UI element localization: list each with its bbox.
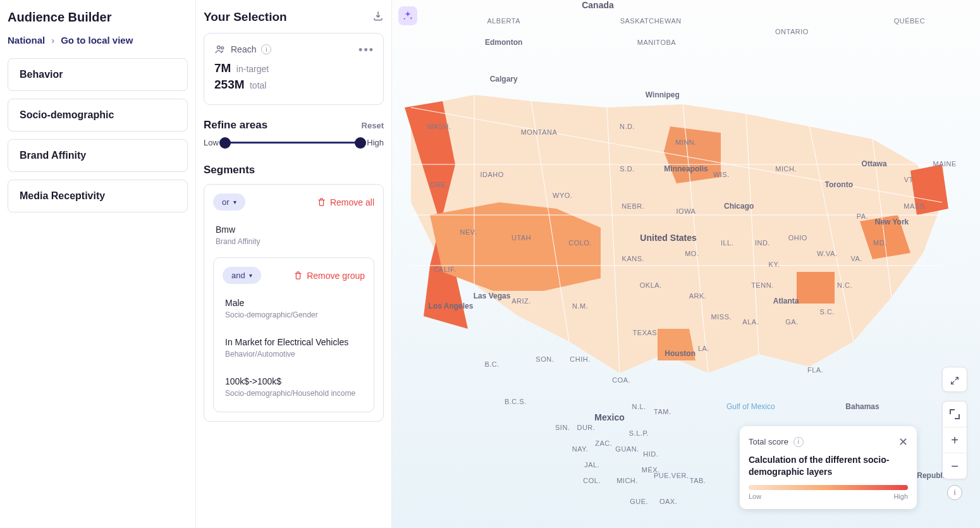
svg-point-1 [221, 47, 224, 49]
remove-group-label: Remove group [307, 271, 365, 281]
segment-path: Socio-demographic/Gender [225, 310, 362, 319]
fullscreen-button[interactable] [943, 402, 967, 427]
zoom-in-button[interactable]: + [943, 427, 967, 453]
refine-slider-row: Low High [204, 138, 384, 147]
people-icon [214, 44, 226, 55]
segment-item[interactable]: 100k$->100k$ Socio-demographic/Household… [223, 371, 365, 403]
operator-or-label: or [222, 197, 230, 207]
info-icon[interactable]: i [793, 437, 804, 447]
slider-knob-low[interactable] [219, 137, 231, 149]
segment-group: and ▾ Remove group Male Socio-demographi… [213, 257, 374, 412]
refine-slider[interactable] [225, 142, 360, 144]
remove-all-label: Remove all [330, 197, 374, 207]
selection-panel: Your Selection ••• Reach i 7M in-target … [196, 0, 392, 528]
close-icon[interactable]: ✕ [898, 435, 908, 449]
filter-socio-demographic[interactable]: Socio-demographic [8, 99, 188, 132]
reach-card: ••• Reach i 7M in-target 253M total [204, 33, 384, 105]
page-title: Audience Builder [8, 10, 188, 25]
breadcrumb-next[interactable]: Go to local view [61, 35, 133, 46]
legend-head-label: Total score [749, 437, 788, 446]
legend-card: Total score i ✕ Calculation of the diffe… [740, 426, 917, 509]
reach-label: Reach [231, 44, 256, 54]
sidebar: Audience Builder National › Go to local … [0, 0, 196, 528]
breadcrumb: National › Go to local view [8, 35, 188, 46]
svg-point-0 [217, 46, 221, 49]
map-zoom-control: + − [942, 401, 967, 479]
legend-title: Calculation of the different socio-demog… [749, 454, 908, 479]
legend-high: High [893, 493, 908, 500]
segments-title: Segments [204, 164, 384, 176]
refine-title: Refine areas [204, 119, 267, 132]
filter-media-receptivity[interactable]: Media Receptivity [8, 180, 188, 212]
segment-name: Male [225, 298, 362, 308]
segment-path: Behavior/Automotive [225, 350, 362, 359]
segment-name: In Market for Electrical Vehicles [225, 337, 362, 347]
expand-button[interactable] [943, 367, 967, 391]
legend-gradient [749, 485, 908, 490]
remove-all-button[interactable]: Remove all [317, 197, 374, 207]
filter-brand-affinity[interactable]: Brand Affinity [8, 139, 188, 172]
segment-path: Socio-demographic/Household income [225, 389, 362, 398]
remove-group-button[interactable]: Remove group [293, 271, 365, 281]
operator-or-chip[interactable]: or ▾ [213, 193, 245, 211]
zoom-out-button[interactable]: − [943, 453, 967, 479]
filter-behavior[interactable]: Behavior [8, 58, 188, 91]
segments-card: or ▾ Remove all Bmw Brand Affinity and ▾… [204, 184, 384, 422]
slider-low-label: Low [204, 138, 219, 147]
map-area[interactable]: ALBERTASASKATCHEWANMANITOBAONTARIOQUÉBEC… [392, 0, 980, 528]
slider-high-label: High [367, 138, 384, 147]
reset-button[interactable]: Reset [362, 121, 384, 130]
segment-item[interactable]: Male Socio-demographic/Gender [223, 293, 365, 324]
total-label: total [250, 80, 266, 90]
segment-name: Bmw [216, 224, 372, 235]
segment-path: Brand Affinity [216, 237, 372, 246]
selection-title: Your Selection [204, 10, 287, 24]
download-icon[interactable] [372, 10, 384, 24]
slider-knob-high[interactable] [355, 137, 366, 149]
chevron-down-icon: ▾ [249, 272, 252, 279]
total-value: 253M [214, 78, 245, 91]
chevron-right-icon: › [51, 35, 54, 46]
ai-sparkle-button[interactable] [398, 6, 417, 25]
operator-and-label: and [231, 271, 245, 280]
map-expand-control [942, 367, 967, 392]
chevron-down-icon: ▾ [233, 199, 236, 206]
segment-item[interactable]: In Market for Electrical Vehicles Behavi… [223, 332, 365, 364]
in-target-label: in-target [236, 64, 269, 74]
map-info-button[interactable]: i [947, 485, 962, 500]
in-target-value: 7M [214, 61, 231, 75]
segment-name: 100k$->100k$ [225, 376, 362, 386]
operator-and-chip[interactable]: and ▾ [223, 267, 261, 284]
trash-icon [293, 271, 303, 280]
info-icon[interactable]: i [261, 44, 271, 54]
more-icon[interactable]: ••• [358, 44, 374, 57]
segment-item[interactable]: Bmw Brand Affinity [213, 219, 374, 251]
legend-low: Low [749, 493, 761, 500]
breadcrumb-current[interactable]: National [8, 35, 45, 46]
trash-icon [317, 197, 326, 207]
